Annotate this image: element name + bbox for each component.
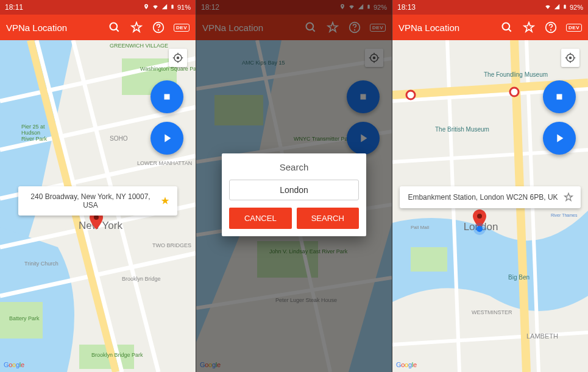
svg-text:Brooklyn Bridge: Brooklyn Bridge	[122, 276, 161, 282]
battery-pct: 91%	[177, 4, 191, 11]
location-callout[interactable]: 240 Broadway, New York, NY 10007, USA	[18, 186, 177, 216]
star-icon[interactable]	[160, 196, 170, 206]
help-icon[interactable]	[544, 21, 558, 34]
location-callout[interactable]: Embankment Station, London WC2N 6PB, UK	[400, 186, 581, 208]
svg-text:Trinity Church: Trinity Church	[24, 261, 58, 267]
status-time: 18:11	[5, 3, 23, 12]
callout-address: Embankment Station, London WC2N 6PB, UK	[407, 193, 559, 202]
stop-button[interactable]	[347, 80, 380, 113]
dialog-title: Search	[229, 162, 359, 172]
wifi-icon	[152, 4, 159, 11]
svg-point-79	[477, 214, 482, 219]
favorite-icon[interactable]	[522, 21, 536, 34]
svg-text:John V. Lindsay East River Par: John V. Lindsay East River Park	[269, 248, 348, 254]
svg-text:Peter Luger Steak House: Peter Luger Steak House	[275, 297, 337, 303]
wifi-icon	[544, 4, 551, 11]
svg-point-0	[110, 23, 118, 30]
play-button[interactable]	[543, 122, 576, 155]
favorite-icon[interactable]	[130, 21, 143, 34]
map[interactable]: London The British Museum The Foundling …	[392, 40, 588, 372]
svg-point-58	[503, 23, 510, 30]
overlay-appbar	[196, 15, 392, 40]
svg-text:TWO BRIDGES: TWO BRIDGES	[152, 242, 191, 248]
svg-text:River Thames: River Thames	[551, 213, 578, 217]
svg-text:River Park: River Park	[21, 136, 48, 142]
svg-text:Big Ben: Big Ben	[508, 274, 530, 281]
google-logo: Google	[4, 361, 24, 368]
svg-line-1	[116, 29, 119, 32]
svg-rect-57	[361, 94, 366, 100]
signal-icon	[161, 4, 168, 11]
phone-screen-1: 18:11 91% VPNa Location	[0, 0, 196, 372]
svg-text:LOWER MANHATTAN: LOWER MANHATTAN	[137, 160, 192, 166]
locate-button[interactable]	[561, 49, 579, 67]
svg-text:Pall Mall: Pall Mall	[411, 225, 429, 230]
search-input[interactable]	[229, 180, 359, 200]
status-time: 18:13	[397, 3, 416, 12]
status-icons: 92%	[544, 3, 583, 12]
battery-icon	[562, 3, 567, 12]
svg-text:LAMBETH: LAMBETH	[526, 332, 558, 340]
svg-text:Washington Square Park: Washington Square Park	[140, 66, 196, 72]
svg-point-3	[158, 30, 159, 30]
svg-point-29	[177, 57, 179, 59]
status-icons: 91%	[143, 3, 191, 12]
star-icon[interactable]	[564, 192, 573, 202]
locate-button[interactable]	[365, 49, 383, 67]
svg-rect-41	[214, 95, 263, 125]
svg-point-70	[510, 88, 519, 96]
search-dialog: Search CANCEL SEARCH	[222, 153, 366, 236]
stop-button[interactable]	[543, 80, 576, 113]
app-bar: VPNa Location DEV	[0, 15, 196, 40]
svg-text:Hudson: Hudson	[21, 130, 40, 136]
overlay-statusbar	[196, 0, 392, 15]
google-logo: Google	[200, 361, 221, 368]
svg-rect-34	[165, 94, 170, 100]
play-button[interactable]	[347, 122, 380, 155]
svg-point-27	[94, 215, 99, 220]
help-icon[interactable]	[152, 21, 165, 34]
svg-text:Brooklyn Bridge Park: Brooklyn Bridge Park	[91, 352, 143, 358]
play-button[interactable]	[151, 122, 183, 155]
signal-icon	[554, 4, 560, 11]
phone-screen-3: 18:13 92% VPNa Location DEV London Th	[392, 0, 588, 372]
svg-text:Pier 25 at: Pier 25 at	[21, 124, 45, 130]
svg-text:WNYC Transmitter Park: WNYC Transmitter Park	[294, 136, 353, 142]
status-bar: 18:13 92%	[392, 0, 588, 15]
stop-button[interactable]	[151, 80, 183, 113]
svg-line-59	[509, 29, 511, 32]
search-icon[interactable]	[108, 21, 121, 34]
search-button[interactable]: SEARCH	[297, 208, 360, 229]
cancel-button[interactable]: CANCEL	[229, 208, 292, 229]
svg-point-81	[473, 223, 486, 235]
svg-text:The British Museum: The British Museum	[435, 126, 489, 133]
status-bar: 18:11 91%	[0, 0, 196, 15]
svg-text:Battery Park: Battery Park	[9, 315, 40, 321]
svg-point-83	[570, 57, 572, 59]
search-icon[interactable]	[500, 21, 514, 34]
dev-badge[interactable]: DEV	[174, 24, 190, 32]
svg-point-52	[374, 57, 375, 59]
battery-pct: 92%	[570, 4, 583, 11]
svg-rect-88	[557, 94, 562, 100]
svg-text:The Foundling Museum: The Foundling Museum	[484, 71, 548, 78]
dev-badge[interactable]: DEV	[566, 24, 582, 32]
app-title: VPNa Location	[398, 23, 500, 33]
svg-rect-63	[411, 247, 447, 272]
svg-point-61	[551, 30, 551, 30]
svg-text:AMC Kips Bay 15: AMC Kips Bay 15	[242, 60, 285, 66]
locate-button[interactable]	[169, 49, 187, 67]
svg-text:GREENWICH VILLAGE: GREENWICH VILLAGE	[110, 43, 168, 49]
phone-screen-2: 18:12 92% VPNa Location DEV AMC Kips Bay…	[196, 0, 392, 372]
battery-icon	[170, 3, 175, 12]
svg-text:WESTMINSTER: WESTMINSTER	[472, 309, 512, 315]
callout-address: 240 Broadway, New York, NY 10007, USA	[26, 192, 155, 209]
svg-point-69	[406, 91, 415, 99]
app-title: VPNa Location	[6, 23, 108, 33]
map[interactable]: New York SOHO GREENWICH VILLAGE Washingt…	[0, 40, 196, 372]
svg-text:SOHO: SOHO	[110, 135, 128, 142]
google-logo: Google	[396, 361, 417, 368]
location-icon	[143, 4, 149, 11]
app-bar: VPNa Location DEV	[392, 15, 588, 40]
